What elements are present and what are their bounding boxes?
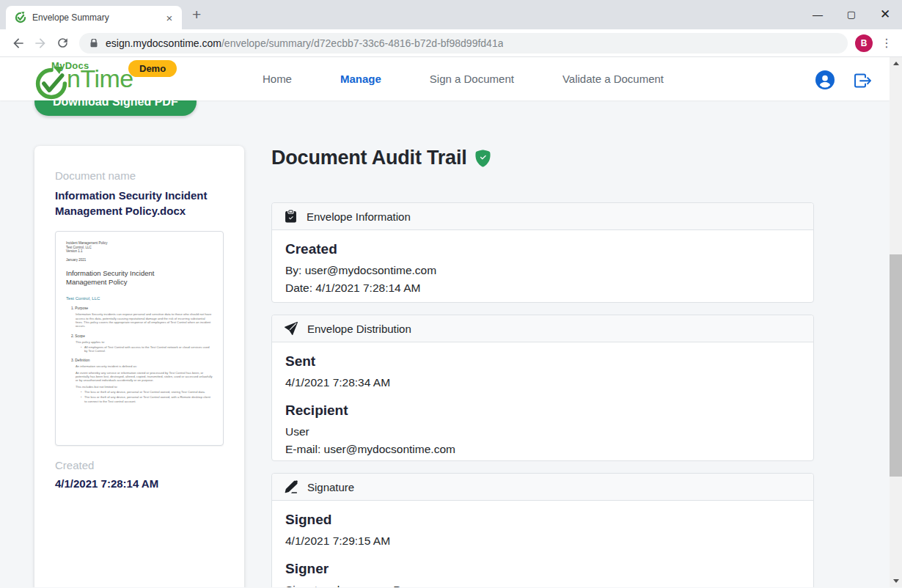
thumb-title: Information Security Incident Management… xyxy=(66,269,169,286)
created-value: 4/1/2021 7:28:14 AM xyxy=(55,477,224,490)
thumb-text-line: Information Security incidents can expos… xyxy=(76,312,213,328)
document-name-label: Document name xyxy=(55,169,224,182)
url-domain: esign.mydocsontime.com xyxy=(106,37,221,49)
browser-toolbar: esign.mydocsontime.com/envelope/summary/… xyxy=(0,29,902,57)
entry-line: Signature box name: Peer xyxy=(285,582,800,587)
send-icon xyxy=(285,322,298,335)
window-controls: — ▢ ✕ xyxy=(801,0,902,29)
reload-icon[interactable] xyxy=(51,32,73,54)
logout-icon[interactable] xyxy=(854,72,871,89)
thumb-text-line: This includes but not limited to: xyxy=(76,385,213,389)
browser-profile-avatar[interactable]: B xyxy=(855,34,873,52)
envelope-information-header: Envelope Information xyxy=(272,203,813,230)
window-titlebar: Envelope Summary × + — ▢ ✕ xyxy=(0,0,902,29)
scroll-up-icon[interactable] xyxy=(890,57,902,70)
shield-check-icon xyxy=(474,150,491,167)
page-viewport: Download Signed PDF MyDocs nTime® Demo H… xyxy=(0,57,902,587)
entry-line: E-mail: user@mydocsontime.com xyxy=(285,441,800,457)
signed-entry: Signed 4/1/2021 7:29:15 AM xyxy=(285,512,800,549)
envelope-information-label: Envelope Information xyxy=(307,210,411,223)
nav-home[interactable]: Home xyxy=(263,73,292,85)
clipboard-check-icon xyxy=(285,210,297,223)
signature-label: Signature xyxy=(307,481,354,493)
envelope-distribution-header: Envelope Distribution xyxy=(272,315,813,342)
new-tab-button[interactable]: + xyxy=(192,6,201,23)
signature-header: Signature xyxy=(272,474,813,501)
thumb-blocks: 1. PurposeInformation Security incidents… xyxy=(66,306,213,403)
page-title: Document Audit Trail xyxy=(271,147,491,169)
app-header: MyDocs nTime® Demo Home Manage Sign a Do… xyxy=(0,57,890,100)
pen-icon xyxy=(285,480,298,493)
thumb-text-line: An information security incident is defi… xyxy=(76,364,213,368)
back-icon[interactable] xyxy=(7,32,29,54)
thumb-text-line: 3. Definition xyxy=(71,359,213,362)
thumb-text-line: The loss or theft of any device, persona… xyxy=(81,390,213,394)
forward-icon[interactable] xyxy=(29,32,51,54)
page-scrollbar[interactable] xyxy=(890,57,902,587)
document-name-value: Information Security Incident Management… xyxy=(55,188,224,218)
entry-line: 4/1/2021 7:28:34 AM xyxy=(285,375,800,391)
thumb-text-line: 2. Scope xyxy=(71,334,213,338)
signer-entry: Signer Signature box name: Peer xyxy=(285,561,800,587)
envelope-information-section: Envelope Information Created By: user@my… xyxy=(271,202,814,303)
scrollbar-thumb[interactable] xyxy=(890,254,902,477)
thumb-text-line: Version 1.1 xyxy=(66,249,213,254)
tab-title: Envelope Summary xyxy=(32,12,157,23)
thumb-text-line: This policy applies to: xyxy=(76,340,213,344)
logo-circle-check-icon xyxy=(34,67,68,100)
entry-line: Date: 4/1/2021 7:28:14 AM xyxy=(285,280,800,296)
envelope-distribution-label: Envelope Distribution xyxy=(307,323,411,335)
nav-validate-a-document[interactable]: Validate a Document xyxy=(562,73,664,85)
entry-heading: Signer xyxy=(285,561,800,577)
thumb-text-line: An event whereby any service or informat… xyxy=(76,371,213,383)
browser-tab[interactable]: Envelope Summary × xyxy=(6,6,182,29)
created-block: Created 4/1/2021 7:28:14 AM xyxy=(55,459,224,490)
created-entry: Created By: user@mydocsontime.com Date: … xyxy=(285,241,800,296)
entry-heading: Sent xyxy=(285,353,800,370)
entry-heading: Recipient xyxy=(285,403,800,419)
url-path: /envelope/summary/d72ecbb7-33c6-4816-b72… xyxy=(221,37,504,49)
envelope-distribution-section: Envelope Distribution Sent 4/1/2021 7:28… xyxy=(271,315,814,461)
account-icon[interactable] xyxy=(815,70,835,89)
nav-sign-a-document[interactable]: Sign a Document xyxy=(430,73,514,85)
minimize-button[interactable]: — xyxy=(801,0,835,29)
thumb-date-line: January 2021 xyxy=(66,258,213,262)
created-label: Created xyxy=(55,459,224,471)
logo-ntime-text: nTime® xyxy=(67,65,139,93)
browser-menu-icon[interactable]: ⋮ xyxy=(880,36,893,50)
url-text: esign.mydocsontime.com/envelope/summary/… xyxy=(106,37,503,49)
thumb-meta: Incident Management PolicyTest Control, … xyxy=(66,241,213,254)
thumb-text-line: 1. Purpose xyxy=(71,306,213,310)
thumb-text-line: The loss or theft of any device, persona… xyxy=(81,395,213,403)
nav-manage[interactable]: Manage xyxy=(340,73,381,85)
thumb-text-line: All employees of Test Control with acces… xyxy=(81,345,213,353)
site-favicon-icon xyxy=(15,12,26,23)
lock-icon xyxy=(89,39,98,48)
maximize-button[interactable]: ▢ xyxy=(835,0,868,29)
recipient-entry: Recipient User E-mail: user@mydocsontime… xyxy=(285,403,800,457)
sent-entry: Sent 4/1/2021 7:28:34 AM xyxy=(285,353,800,391)
thumb-company: Test Control, LLC xyxy=(66,296,213,301)
tab-close-icon[interactable]: × xyxy=(163,12,176,24)
close-button[interactable]: ✕ xyxy=(868,0,902,29)
document-summary-card: Document name Information Security Incid… xyxy=(34,146,244,587)
demo-badge: Demo xyxy=(128,60,177,77)
entry-line: By: user@mydocsontime.com xyxy=(285,262,800,279)
entry-heading: Created xyxy=(285,241,800,257)
entry-line: User xyxy=(285,424,800,440)
url-bar[interactable]: esign.mydocsontime.com/envelope/summary/… xyxy=(79,33,848,54)
entry-line: 4/1/2021 7:29:15 AM xyxy=(285,533,800,549)
signature-section: Signature Signed 4/1/2021 7:29:15 AM Sig… xyxy=(271,473,814,587)
document-thumbnail[interactable]: Incident Management PolicyTest Control, … xyxy=(55,231,224,446)
main-nav: Home Manage Sign a Document Validate a D… xyxy=(263,57,664,100)
scroll-down-icon[interactable] xyxy=(890,575,902,587)
entry-heading: Signed xyxy=(285,512,800,528)
